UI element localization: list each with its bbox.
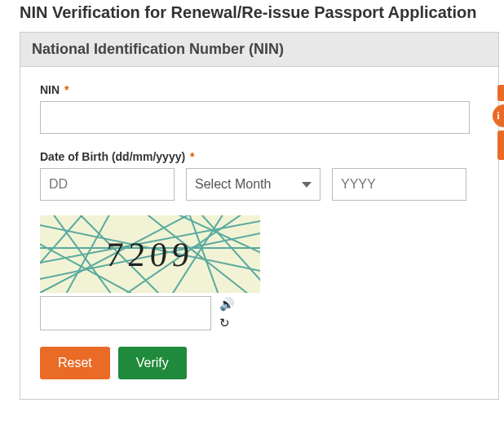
panel-header: National Identification Number (NIN) [20, 33, 498, 67]
dob-month-select[interactable]: Select Month [186, 168, 321, 201]
dob-month-placeholder: Select Month [195, 177, 271, 192]
nin-input[interactable] [40, 101, 470, 134]
info-icon: i [497, 110, 499, 122]
dob-label-text: Date of Birth (dd/mm/yyyy) [40, 150, 185, 163]
refresh-icon[interactable]: ↻ [219, 317, 235, 329]
captcha-input-row: 🔊 ↻ [40, 296, 479, 330]
dob-label: Date of Birth (dd/mm/yyyy) * [40, 150, 479, 163]
captcha-input[interactable] [40, 296, 211, 330]
chevron-down-icon [302, 182, 312, 188]
required-asterisk: * [64, 83, 69, 96]
nin-label-text: NIN [40, 83, 60, 96]
page-title: NIN Verification for Renewal/Re-issue Pa… [20, 3, 504, 22]
dob-day-input[interactable] [40, 168, 175, 201]
verify-button[interactable]: Verify [118, 347, 187, 379]
side-tab-bottom[interactable] [497, 131, 504, 160]
dob-year-input[interactable] [332, 168, 466, 201]
svg-line-5 [138, 215, 252, 293]
nin-panel: National Identification Number (NIN) NIN… [20, 32, 499, 400]
required-asterisk: * [190, 150, 194, 163]
nin-label: NIN * [40, 83, 479, 96]
side-tab-top[interactable] [497, 85, 504, 101]
dob-row: Select Month [40, 168, 479, 201]
panel-body: NIN * Date of Birth (dd/mm/yyyy) * Selec… [20, 67, 498, 399]
captcha-block: 7209 🔊 ↻ [40, 215, 479, 330]
reset-button[interactable]: Reset [40, 347, 110, 379]
captcha-controls: 🔊 ↻ [219, 296, 235, 329]
captcha-image: 7209 [40, 215, 260, 293]
button-row: Reset Verify [40, 347, 479, 379]
audio-icon[interactable]: 🔊 [219, 298, 235, 310]
